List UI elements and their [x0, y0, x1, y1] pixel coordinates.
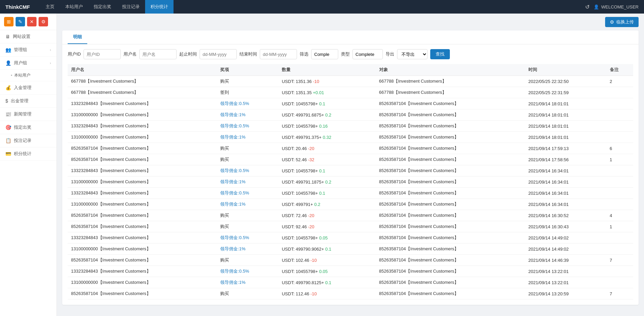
cell-amount: USDT: 1351.36 -10: [278, 76, 375, 87]
export-select[interactable]: 不导出: [397, 49, 428, 59]
sidebar-item-site-settings[interactable]: 🖥 网站设置: [0, 30, 56, 43]
user-icon: 👤: [594, 4, 599, 9]
cell-time: 2021/09/14 16:30:52: [525, 210, 606, 221]
cell-username: 85263587104【Investment Customers】: [68, 288, 217, 299]
userid-input[interactable]: [84, 49, 121, 59]
nav-prize[interactable]: 指定出奖: [88, 0, 117, 14]
cell-award: 领导佣金:1%: [217, 244, 278, 255]
cell-time: 2021/09/14 18:01:01: [525, 109, 606, 121]
cell-award: 领导佣金:1%: [217, 176, 278, 188]
sidebar-icon-edit[interactable]: ✎: [16, 17, 25, 26]
cell-time: 2021/09/14 17:59:13: [525, 143, 606, 154]
cell-target: 667788【Investment Customers】: [376, 76, 525, 87]
cell-target: 85263587104【Investment Customers】: [376, 98, 525, 109]
cell-remark: [606, 244, 633, 255]
list-icon: 📋: [5, 138, 11, 143]
sidebar-item-admin-group[interactable]: 👥 管理组 ›: [0, 43, 56, 57]
upload-icon: ⚙: [610, 19, 614, 25]
nav-home[interactable]: 主页: [40, 0, 60, 14]
cell-remark: 1: [606, 221, 633, 232]
layout: ⊞ ✎ ✕ ⚙ 🖥 网站设置 👥 管理组 › 👤 用户组 › 本站用户 💰 入金…: [0, 14, 644, 316]
table-row: 13100000000【Investment Customers】 领导佣金:1…: [68, 277, 633, 288]
sidebar-icon-add[interactable]: ⊞: [4, 17, 14, 26]
sidebar-item-label: 管理组: [14, 47, 27, 53]
cell-time: 2021/09/14 13:22:01: [525, 277, 606, 288]
cell-username: 13100000000【Investment Customers】: [68, 244, 217, 255]
table-row: 13323284843【Investment Customers】 领导佣金:0…: [68, 98, 633, 109]
sidebar-icon-settings[interactable]: ⚙: [39, 17, 48, 26]
cell-target: 85263587104【Investment Customers】: [376, 221, 525, 232]
sidebar-item-deposit[interactable]: 💰 入金管理: [0, 81, 56, 94]
end-time-input[interactable]: [260, 49, 297, 59]
filter-row: 用户ID 用户名 起止时间 结束时间 筛选 类型 导出 不导出 查找: [62, 44, 639, 64]
col-username: 用户名: [68, 64, 217, 76]
cell-username: 13100000000【Investment Customers】: [68, 199, 217, 210]
brand-logo: ThinkCMF: [5, 4, 30, 10]
cell-target: 85263587104【Investment Customers】: [376, 165, 525, 176]
top-actions: ⚙ 临换上传: [57, 14, 644, 27]
cell-time: 2021/09/14 18:01:01: [525, 98, 606, 109]
table-row: 85263587104【Investment Customers】 购买 USD…: [68, 143, 633, 154]
cell-amount: USDT: 112.46 -10: [278, 288, 375, 299]
tab-detail[interactable]: 明细: [68, 30, 87, 44]
nav-items: 主页 本站用户 指定出奖 投注记录 积分统计: [40, 0, 585, 14]
sidebar-item-news[interactable]: 📰 新闻管理: [0, 108, 56, 121]
cell-username: 13323284843【Investment Customers】: [68, 98, 217, 109]
cell-remark: [606, 87, 633, 98]
type-input[interactable]: [352, 49, 383, 59]
cell-award: 购买: [217, 255, 278, 266]
main-content: ⚙ 临换上传 明细 用户ID 用户名 起止时间 结束时间 筛选 类型: [57, 14, 644, 316]
cell-remark: [606, 188, 633, 199]
main-card: 明细 用户ID 用户名 起止时间 结束时间 筛选 类型 导出 不导出: [62, 30, 639, 305]
type-label: 类型: [341, 51, 350, 57]
nav-bets[interactable]: 投注记录: [117, 0, 145, 14]
filter-value-input[interactable]: [311, 49, 338, 59]
sidebar-item-prize[interactable]: 🎯 指定出奖: [0, 121, 56, 134]
table-row: 667788【Investment Customers】 签到 USDT: 13…: [68, 87, 633, 98]
sidebar-icon-delete[interactable]: ✕: [27, 17, 37, 26]
cell-remark: [606, 98, 633, 109]
cell-award: 领导佣金:1%: [217, 199, 278, 210]
nav-points[interactable]: 积分统计: [145, 0, 174, 14]
cell-username: 85263587104【Investment Customers】: [68, 154, 217, 165]
cell-target: 85263587104【Investment Customers】: [376, 255, 525, 266]
cell-target: 85263587104【Investment Customers】: [376, 188, 525, 199]
cell-remark: [606, 266, 633, 277]
table-row: 13100000000【Investment Customers】 领导佣金:1…: [68, 109, 633, 121]
cell-username: 13100000000【Investment Customers】: [68, 176, 217, 188]
nav-users[interactable]: 本站用户: [60, 0, 88, 14]
sidebar-item-local-users[interactable]: 本站用户: [0, 70, 56, 81]
sidebar-item-points[interactable]: 💳 积分统计: [0, 147, 56, 161]
cell-username: 13323284843【Investment Customers】: [68, 266, 217, 277]
cell-username: 13323284843【Investment Customers】: [68, 165, 217, 176]
cell-time: 2021/09/14 16:30:43: [525, 221, 606, 232]
upload-button[interactable]: ⚙ 临换上传: [605, 17, 639, 27]
username-input[interactable]: [139, 49, 177, 59]
cell-remark: 1: [606, 154, 633, 165]
cell-amount: USDT: 499791.375+ 0.32: [278, 132, 375, 143]
search-button[interactable]: 查找: [430, 49, 450, 59]
user-area[interactable]: 👤 WELCOME_USER: [594, 4, 639, 9]
user-icon: 👤: [5, 60, 11, 66]
cell-remark: [606, 132, 633, 143]
cell-username: 85263587104【Investment Customers】: [68, 221, 217, 232]
cell-remark: [606, 176, 633, 188]
cell-username: 667788【Investment Customers】: [68, 76, 217, 87]
cell-amount: USDT: 10455798+ 0.05: [278, 266, 375, 277]
refresh-icon[interactable]: ↺: [585, 4, 590, 10]
table-wrap: 用户名 奖项 数量 对象 时间 备注 667788【Investment Cus…: [62, 64, 639, 305]
cell-target: 85263587104【Investment Customers】: [376, 132, 525, 143]
sidebar-item-withdraw[interactable]: $ 出金管理: [0, 94, 56, 108]
sidebar-item-bets[interactable]: 📋 投注记录: [0, 134, 56, 147]
start-time-input[interactable]: [200, 49, 237, 59]
sidebar-item-label: 积分统计: [14, 151, 31, 157]
cell-award: 领导佣金:1%: [217, 132, 278, 143]
table-row: 85263587104【Investment Customers】 购买 USD…: [68, 154, 633, 165]
target-icon: 🎯: [5, 125, 11, 130]
cell-time: 2021/09/14 14:49:02: [525, 232, 606, 244]
cell-time: 2021/09/14 16:34:01: [525, 188, 606, 199]
sidebar-item-user-group[interactable]: 👤 用户组 ›: [0, 57, 56, 70]
cell-time: 2021/09/14 18:01:01: [525, 132, 606, 143]
cell-remark: 2: [606, 76, 633, 87]
filter-label: 筛选: [300, 51, 308, 57]
